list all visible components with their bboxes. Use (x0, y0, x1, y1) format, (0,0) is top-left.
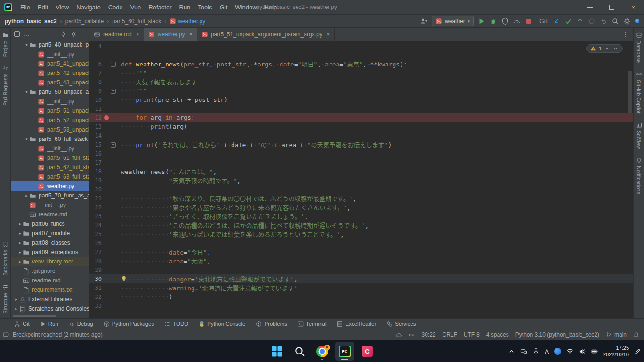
gutter-line-number[interactable]: 17 (89, 159, 102, 166)
gutter-line-number[interactable]: 33 (89, 303, 102, 309)
menu-view[interactable]: View (52, 0, 72, 14)
more-options-icon[interactable]: … (24, 31, 30, 37)
intention-bulb-icon[interactable] (121, 275, 127, 282)
weather-cloud-icon[interactable] (396, 332, 402, 338)
tree-item[interactable]: ▾part5_40_unpack_param (11, 40, 89, 49)
tree-item[interactable]: ▸part08_classes (11, 238, 89, 247)
code-line[interactable]: 32·············) (89, 292, 633, 301)
gutter-line-number[interactable]: 30 (89, 276, 102, 282)
tree-item[interactable]: __init__.py (11, 97, 89, 106)
locate-file-icon[interactable] (60, 31, 66, 37)
tree-chevron-icon[interactable]: ▸ (17, 259, 23, 264)
gutter-line-number[interactable]: 25 (89, 231, 102, 238)
code-line[interactable]: 8····天気予報を表示します (89, 77, 633, 86)
editor-scrollbar[interactable] (628, 71, 632, 113)
gutter-line-number[interactable]: 19 (89, 177, 102, 184)
profiler-button[interactable] (513, 17, 521, 25)
breadcrumb-item[interactable]: weather.py (169, 18, 205, 25)
code-line[interactable]: 14 (89, 131, 633, 140)
menu-navigate[interactable]: Navigate (72, 0, 104, 14)
tool-stripe-sciview[interactable]: SciView (636, 118, 642, 153)
code-line[interactable]: 25·············'来週いっぱいまでは紅葉を楽しめるだろうということ… (89, 230, 633, 239)
tool-window-button-debug[interactable]: Debug (69, 321, 93, 327)
settings-gear-icon[interactable] (623, 17, 631, 25)
gutter-line-number[interactable]: 18 (89, 168, 102, 175)
taskbar-clock[interactable]: 17:25 2022/10/10 (603, 345, 629, 358)
run-config-selector[interactable]: weather ▾ (432, 16, 474, 26)
tool-window-toggle-icon[interactable] (3, 332, 9, 338)
taskbar-chrome-button[interactable]: k (313, 342, 331, 361)
gutter-line-number[interactable]: 27 (89, 249, 102, 255)
menu-code[interactable]: Code (105, 0, 127, 14)
maximize-button[interactable] (601, 0, 622, 14)
tray-blue-app-icon[interactable] (554, 348, 561, 355)
minimize-button[interactable] (579, 0, 601, 14)
tree-chevron-icon[interactable]: ▾ (24, 42, 29, 47)
tree-chevron-icon[interactable]: ▸ (17, 250, 23, 255)
code-line[interactable]: 33 (89, 301, 633, 310)
gutter-line-number[interactable]: 9 (89, 88, 102, 94)
breadcrumb-item[interactable]: part5_60_full_stack (112, 18, 161, 25)
code-line[interactable]: 15−····print('それでは、これから'·+·date·+·"の"·+·… (89, 140, 633, 149)
tree-chevron-icon[interactable]: ▸ (14, 306, 19, 311)
tree-item[interactable]: part5_51_unpack_an (11, 106, 89, 115)
breadcrumb-item[interactable]: part05_callable (65, 18, 104, 25)
tree-item[interactable]: ▸External Libraries (11, 295, 89, 304)
code-line[interactable]: 12····for·arg·in·args: (89, 113, 633, 122)
notifications-bell-icon[interactable] (633, 332, 639, 338)
gutter-line-number[interactable]: 6 (89, 61, 102, 67)
gutter-line-number[interactable]: 8 (89, 79, 102, 85)
taskbar-search-button[interactable] (290, 342, 309, 361)
tree-item[interactable]: part5_52_unpack_an (11, 115, 89, 125)
gutter-line-number[interactable]: 22 (89, 204, 102, 211)
tool-window-button-python-packages[interactable]: Python Packages (104, 321, 154, 327)
tree-item[interactable]: __init__.py (11, 49, 89, 59)
update-project-button[interactable] (553, 17, 560, 25)
code-line[interactable]: 19·············"天気予報の時間です。", (89, 176, 633, 185)
tool-stripe-database[interactable]: Database (636, 28, 642, 67)
menu-window[interactable]: Window (231, 0, 260, 14)
close-button[interactable]: × (622, 0, 644, 14)
breadcrumb-item[interactable]: python_basic_sec2 (5, 18, 57, 25)
taskbar-pycharm-button[interactable]: PC (335, 342, 354, 361)
tool-window-button-git[interactable]: Git (14, 321, 30, 327)
tree-chevron-icon[interactable]: ▾ (24, 137, 29, 141)
code-line[interactable]: 31·············warning='北海道に大雪注意報がでています' (89, 283, 633, 292)
indent-indicator[interactable]: 4 spaces (486, 331, 509, 338)
tree-item[interactable]: part5_63_full_stack (11, 172, 89, 181)
start-button[interactable] (267, 342, 286, 361)
tree-item[interactable]: ▸part5_70_func_as_arg (11, 191, 89, 200)
tree-horizontal-scrollbar[interactable] (13, 315, 56, 317)
code-line[interactable]: 17 (89, 158, 633, 167)
fold-icon[interactable]: − (111, 142, 116, 148)
tree-item[interactable]: part5_53_unpack_an (11, 125, 89, 134)
code-line[interactable]: 27·············date="今日", (89, 247, 633, 256)
code-line[interactable]: 29 (89, 265, 633, 274)
gutter-line-number[interactable]: 16 (89, 150, 102, 157)
gutter-line-number[interactable]: 32 (89, 294, 102, 300)
code-line[interactable]: 9−····""" (89, 86, 633, 95)
inspections-widget[interactable]: 1 (586, 44, 623, 53)
tab-close-icon[interactable]: × (327, 31, 330, 38)
prev-issue-chevron-icon[interactable] (604, 46, 610, 51)
code-line[interactable]: 30·············danger='東北地方に強風警報がでています', (89, 274, 633, 283)
code-line[interactable]: 18weather_news("こんにちは。", (89, 167, 633, 176)
menu-git[interactable]: Git (216, 0, 232, 14)
menu-run[interactable]: Run (176, 0, 194, 14)
gutter-line-number[interactable]: 24 (89, 222, 102, 229)
push-button[interactable] (576, 17, 584, 25)
history-button[interactable] (588, 17, 596, 25)
line-ending-indicator[interactable]: CRLF (442, 331, 457, 338)
tree-chevron-icon[interactable]: ▸ (17, 240, 23, 245)
code-line[interactable]: 28·············area="大阪", (89, 256, 633, 265)
tree-item[interactable]: part5_61_full_stack.p (11, 153, 89, 163)
tree-item[interactable]: readme.md (11, 276, 89, 285)
status-message[interactable]: Breakpoint reached (2 minutes ago) (13, 331, 103, 338)
tree-item[interactable]: ▸part09_exceptions (11, 247, 89, 257)
tree-chevron-icon[interactable]: ▸ (17, 222, 23, 226)
git-branch-widget[interactable]: main (606, 331, 627, 338)
code-line[interactable]: 10····print(pre_str·+·post_str) (89, 95, 633, 104)
gutter-line-number[interactable]: 12 (89, 115, 102, 121)
debug-button[interactable] (490, 17, 497, 25)
interpreter-indicator[interactable]: Python 3.10 (python_basic_sec2) (515, 331, 599, 338)
